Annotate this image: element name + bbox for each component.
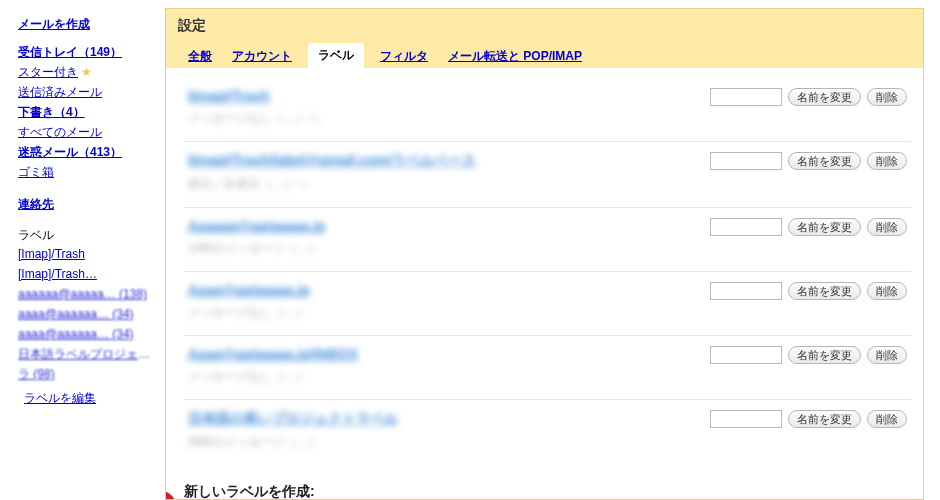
label-name[interactable]: Aaaa@aa/aaaaa.jp [188, 282, 700, 298]
spam-link[interactable]: 迷惑メール（413） [18, 142, 157, 162]
label-name[interactable]: IImapI/Trash [188, 88, 700, 104]
label-subtext: 14件のメッセージ（…） [188, 240, 700, 257]
compose-link[interactable]: メールを作成 [18, 14, 157, 34]
create-label-block: 1 新しいラベルを作成: 作成 [184, 483, 911, 500]
label-rename-input[interactable] [710, 410, 782, 428]
contacts-link[interactable]: 連絡先 [18, 194, 157, 214]
label-subtext: メッセージなし（…） [188, 304, 700, 321]
edit-labels-link[interactable]: ラベルを編集 [24, 388, 157, 408]
tab-forwarding[interactable]: メール転送と POP/IMAP [444, 45, 586, 68]
delete-button[interactable]: 削除 [867, 218, 907, 236]
settings-tabs: 全般 アカウント ラベル フィルタ メール転送と POP/IMAP [166, 39, 923, 68]
sidebar-label-3[interactable]: aaaaaa@aaaaa… (138) [18, 284, 157, 304]
label-row: Aaaa@aa/aaaaa.jp/INBOXメッセージなし（…）名前を変更削除 [184, 336, 911, 400]
sidebar-label-1[interactable]: [Imap]/Trash [18, 244, 157, 264]
label-subtext: メッセージなし（…）へ [188, 110, 700, 127]
starred-link[interactable]: スター付き [18, 62, 78, 82]
label-rename-input[interactable] [710, 346, 782, 364]
tab-filters[interactable]: フィルタ [376, 45, 432, 68]
rename-button[interactable]: 名前を変更 [788, 410, 861, 428]
create-label-title: 新しいラベルを作成: [184, 483, 911, 500]
label-name[interactable]: Aaaaaa@aa/aaaaa.jp [188, 218, 700, 234]
rename-button[interactable]: 名前を変更 [788, 152, 861, 170]
delete-button[interactable]: 削除 [867, 152, 907, 170]
label-subtext: メッセージなし（…） [188, 368, 700, 385]
drafts-link[interactable]: 下書き（4） [18, 102, 157, 122]
delete-button[interactable]: 削除 [867, 88, 907, 106]
delete-button[interactable]: 削除 [867, 282, 907, 300]
tab-general[interactable]: 全般 [184, 45, 216, 68]
label-row: IImapI/Trash/label@gmail.com/ラベルベース表示／非表… [184, 142, 911, 208]
label-rename-input[interactable] [710, 218, 782, 236]
sidebar-label-5[interactable]: aaaa@aaaaaa… (34) [18, 324, 157, 344]
label-subtext: 36件のメッセージ（…） [188, 434, 700, 451]
rename-button[interactable]: 名前を変更 [788, 282, 861, 300]
sidebar: メールを作成 受信トレイ（149） スター付き ★ 送信済みメール 下書き（4）… [0, 0, 165, 500]
label-name[interactable]: Aaaa@aa/aaaaa.jp/INBOX [188, 346, 700, 362]
rename-button[interactable]: 名前を変更 [788, 346, 861, 364]
page-title: 設定 [166, 9, 923, 39]
rename-button[interactable]: 名前を変更 [788, 88, 861, 106]
labels-tab-content: IImapI/Trashメッセージなし（…）へ名前を変更削除IImapI/Tra… [166, 68, 923, 500]
label-row: Aaaa@aa/aaaaa.jpメッセージなし（…）名前を変更削除 [184, 272, 911, 336]
sidebar-label-6[interactable]: 日本語ラベルプロジェクト [18, 344, 157, 364]
inbox-link[interactable]: 受信トレイ（149） [18, 42, 157, 62]
allmail-link[interactable]: すべてのメール [18, 122, 157, 142]
rename-button[interactable]: 名前を変更 [788, 218, 861, 236]
label-rename-input[interactable] [710, 152, 782, 170]
label-subtext: 表示／非表示（…）へ [188, 176, 700, 193]
tab-accounts[interactable]: アカウント [228, 45, 296, 68]
sent-link[interactable]: 送信済みメール [18, 82, 157, 102]
label-name[interactable]: IImapI/Trash/label@gmail.com/ラベルベース [188, 152, 700, 170]
delete-button[interactable]: 削除 [867, 410, 907, 428]
label-rename-input[interactable] [710, 88, 782, 106]
trash-link[interactable]: ゴミ箱 [18, 162, 157, 182]
label-name[interactable]: 日本語の長いプロジェクトラベル [188, 410, 700, 428]
tab-labels[interactable]: ラベル [308, 43, 364, 68]
sidebar-label-4[interactable]: aaaa@aaaaaa… (34) [18, 304, 157, 324]
settings-panel: 設定 全般 アカウント ラベル フィルタ メール転送と POP/IMAP IIm… [165, 8, 924, 500]
label-row: 日本語の長いプロジェクトラベル36件のメッセージ（…）名前を変更削除 [184, 400, 911, 465]
callout-badge-1: 1 [165, 491, 176, 500]
delete-button[interactable]: 削除 [867, 346, 907, 364]
labels-header: ラベル [18, 226, 157, 244]
label-rename-input[interactable] [710, 282, 782, 300]
sidebar-label-7[interactable]: ラ (98) [18, 364, 157, 384]
sidebar-label-2[interactable]: [Imap]/Trash… [18, 264, 157, 284]
label-row: IImapI/Trashメッセージなし（…）へ名前を変更削除 [184, 78, 911, 142]
label-row: Aaaaaa@aa/aaaaa.jp14件のメッセージ（…）名前を変更削除 [184, 208, 911, 272]
star-icon: ★ [81, 65, 92, 79]
